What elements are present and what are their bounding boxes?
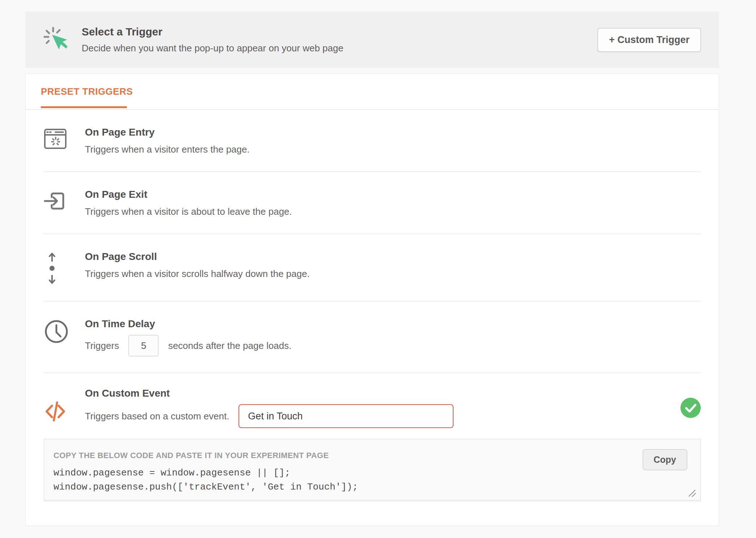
trigger-title: On Page Scroll	[85, 251, 310, 262]
trigger-option-page-scroll[interactable]: On Page Scroll Triggers when a visitor s…	[44, 234, 701, 302]
custom-trigger-button[interactable]: + Custom Trigger	[597, 28, 701, 52]
trigger-title: On Custom Event	[85, 388, 454, 399]
custom-event-icon	[44, 400, 69, 423]
delay-description-suffix: seconds after the page loads.	[168, 340, 291, 352]
code-snippet: window.pagesense = window.pagesense || […	[53, 466, 687, 494]
page-title: Select a Trigger	[82, 26, 343, 38]
trigger-description: Triggers when a visitor enters the page.	[85, 143, 250, 155]
tab-preset-triggers[interactable]: PRESET TRIGGERS	[41, 86, 133, 108]
trigger-title: On Time Delay	[85, 318, 292, 330]
page-scroll-icon	[44, 252, 69, 285]
trigger-option-page-exit[interactable]: On Page Exit Triggers when a visitor is …	[44, 172, 701, 234]
tab-active-underline	[41, 106, 127, 108]
delay-seconds-input[interactable]	[128, 335, 159, 356]
triggers-card: PRESET TRIGGERS	[25, 73, 719, 526]
trigger-title: On Page Exit	[85, 189, 292, 200]
cursor-click-icon	[43, 27, 67, 53]
selected-check-icon	[680, 398, 701, 418]
time-delay-icon	[44, 319, 69, 344]
custom-event-name-input[interactable]	[239, 404, 454, 428]
trigger-option-page-entry[interactable]: On Page Entry Triggers when a visitor en…	[44, 110, 701, 172]
tracking-code-panel: COPY THE BELOW CODE AND PASTE IT IN YOUR…	[44, 439, 701, 500]
trigger-title: On Page Entry	[85, 127, 250, 138]
copy-code-button[interactable]: Copy	[643, 449, 688, 470]
trigger-option-time-delay[interactable]: On Time Delay Triggers seconds after the…	[44, 302, 701, 373]
custom-event-description: Triggers based on a custom event.	[85, 410, 229, 422]
code-line-2: window.pagesense.push(['trackEvent', 'Ge…	[53, 482, 358, 492]
trigger-option-custom-event[interactable]: On Custom Event Triggers based on a cust…	[44, 373, 701, 439]
resize-handle-icon[interactable]	[688, 489, 696, 497]
header-text: Select a Trigger Decide when you want th…	[82, 26, 343, 54]
page-entry-icon	[44, 127, 69, 150]
page-exit-icon	[44, 189, 69, 213]
trigger-description: Triggers based on a custom event.	[85, 404, 454, 428]
trigger-description: Triggers when a visitor is about to leav…	[85, 205, 292, 218]
trigger-description: Triggers seconds after the page loads.	[85, 335, 292, 356]
delay-description-prefix: Triggers	[85, 340, 119, 352]
code-panel-label: COPY THE BELOW CODE AND PASTE IT IN YOUR…	[53, 451, 687, 460]
code-line-1: window.pagesense = window.pagesense || […	[53, 467, 290, 478]
tab-bar: PRESET TRIGGERS	[26, 74, 719, 110]
tab-preset-triggers-label: PRESET TRIGGERS	[41, 86, 133, 97]
trigger-settings-page: Select a Trigger Decide when you want th…	[25, 0, 719, 526]
page-subtitle: Decide when you want the pop-up to appea…	[82, 43, 343, 54]
header: Select a Trigger Decide when you want th…	[25, 12, 719, 68]
trigger-description: Triggers when a visitor scrolls halfway …	[85, 268, 310, 280]
